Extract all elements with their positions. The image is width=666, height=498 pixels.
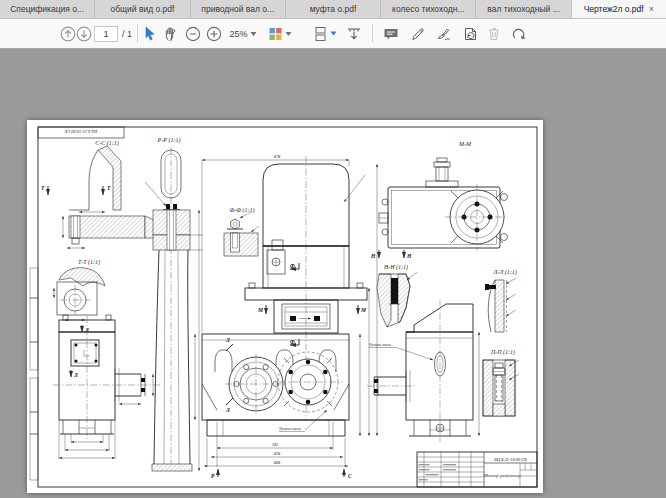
output-bearing-flange [225,354,287,416]
front-view-motor-reducer: 478 Ф Ф [195,154,377,480]
section-mark-s: С [344,469,352,479]
sheet-frame [30,127,537,487]
tab-coupling[interactable]: муфта o.pdf [286,0,381,18]
section-mark-m: М М [257,305,367,314]
tab-specification[interactable]: Спецификация о... [0,0,95,18]
pdf-toolbar: 1 / 1 25% [0,19,666,49]
next-page-button[interactable] [76,25,93,42]
chevron-down-icon [331,32,337,36]
oil-level-note-2: Уровень масла [369,343,433,360]
view-tt-label: Т-Т (1:1) [78,259,100,266]
undo-icon[interactable] [511,26,528,42]
dim-478: 478 [274,154,281,159]
page-display-button[interactable] [314,26,337,41]
chevron-down-icon [286,32,292,36]
tab-drawing-2l-active[interactable]: Чертеж2л o.pdf × [572,0,666,18]
document-canvas[interactable]: БЦ 4.22-10.00 СБ С-С (1:1) Т Т [0,49,666,498]
zoom-out-button[interactable] [185,25,202,42]
view-ff-label: Ф-Ф (1:1) [229,207,254,214]
previous-page-button[interactable] [60,25,77,42]
dim-383: 383 [272,442,279,447]
view-section-pp: Р-Р (1:1) [145,137,203,471]
view-hh-label: Н-Н (1:1) [383,264,408,271]
view-pp-label: Р-Р (1:1) [157,137,181,144]
section-mark-l-side: Л Л [71,325,89,378]
toolbar-divider [137,24,138,43]
view-section-hh: Н-Н (1:1) [377,264,417,327]
view-section-pp2: П-П (1:1) [483,349,519,416]
input-bearing-flange [278,352,343,412]
dim-468: 468 [274,460,281,465]
share-download-icon[interactable] [346,25,363,42]
tab-label: муфта o.pdf [310,4,357,14]
svg-text:М: М [257,307,264,313]
svg-text:Н: Н [406,253,412,259]
svg-text:М: М [360,307,367,313]
title-block-title: Мотор-редуктор [482,473,521,478]
view-ll-label: Л-Л (1:1) [492,269,517,276]
svg-text:Л: Л [225,337,230,343]
select-tool-icon[interactable] [143,26,158,42]
view-section-tt: Т-Т (1:1) [54,259,105,320]
tab-label: колесо тихоходн... [392,4,464,14]
engineering-drawing: БЦ 4.22-10.00 СБ С-С (1:1) Т Т [27,120,543,493]
tab-lowspeed-wheel[interactable]: колесо тихоходн... [381,0,476,18]
trash-icon [487,26,502,42]
tab-general-view[interactable]: общий вид o.pdf [95,0,190,18]
side-view-left: Л Л [53,315,161,459]
svg-text:Уровень масла: Уровень масла [279,427,301,431]
svg-text:Ф: Ф [290,263,295,269]
dim-438: 438 [274,451,281,456]
page-count-label: / 1 [122,29,132,39]
view-mm-label: М-М [458,141,472,147]
corner-designation-box: БЦ 4.22-10.00 СБ [38,127,124,138]
svg-text:Л: Л [225,407,230,413]
comment-icon[interactable] [383,26,400,42]
svg-text:Т: Т [41,185,45,191]
title-block: БЦ 4.22-10.00 СБ Мотор-редуктор [417,452,537,487]
zoom-level-value: 25% [229,29,247,39]
page-number-input[interactable]: 1 [94,26,118,42]
oil-level-note: Уровень масла [279,410,327,432]
tab-drive-shaft[interactable]: приводной вал o... [191,0,286,18]
pdf-page: БЦ 4.22-10.00 СБ С-С (1:1) Т Т [27,120,543,493]
tab-lowspeed-shaft[interactable]: вал тихоходный ... [476,0,571,18]
fill-sign-pencil-icon[interactable] [410,26,426,42]
corner-designation: БЦ 4.22-10.00 СБ [64,129,98,134]
side-view-right: Уровень масла [367,300,479,442]
section-mark-t: Т Т [41,185,111,195]
view-section-mm: М-М [370,141,508,259]
svg-text:С: С [348,473,352,479]
svg-text:Уровень масла: Уровень масла [369,343,391,347]
hand-tool-icon[interactable] [163,26,179,42]
tab-label: Чертеж2л o.pdf [584,4,644,14]
tab-close-icon[interactable]: × [649,5,654,14]
view-section-cc: С-С (1:1) Т Т [41,140,167,248]
toolbar-divider [372,24,373,43]
view-section-ff: Ф-Ф (1:1) [224,207,259,256]
organize-pages-icon[interactable] [463,26,480,42]
tab-label: приводной вал o... [201,4,274,14]
svg-text:Т: Т [107,185,111,191]
section-mark-h: Н Н [370,250,412,259]
svg-text:Л: Л [84,327,89,333]
inspection-hatch-cover [71,340,99,366]
zoom-level-select[interactable]: 25% [229,29,256,39]
tools-grid-button[interactable] [269,27,292,41]
view-pp2-label: П-П (1:1) [490,349,515,356]
section-mark-p: Р [211,469,218,479]
tab-label: Спецификация о... [10,4,84,14]
svg-text:Л: Л [73,372,78,378]
acrobat-window: { "tabs": { "items": [ {"label": "Специф… [0,0,666,498]
view-section-ll: Л-Л (1:1) [485,269,517,332]
title-block-code: БЦ 4.22-10.00 СБ [493,457,527,462]
document-tab-bar: Спецификация о... общий вид o.pdf привод… [0,0,666,19]
svg-text:Р: Р [211,473,215,479]
signature-pen-icon[interactable] [436,26,453,42]
zoom-in-button[interactable] [206,25,223,42]
tab-label: общий вид o.pdf [110,4,174,14]
chevron-down-icon [251,32,257,36]
tab-label: вал тихоходный ... [487,4,560,14]
svg-text:Н: Н [370,253,376,259]
